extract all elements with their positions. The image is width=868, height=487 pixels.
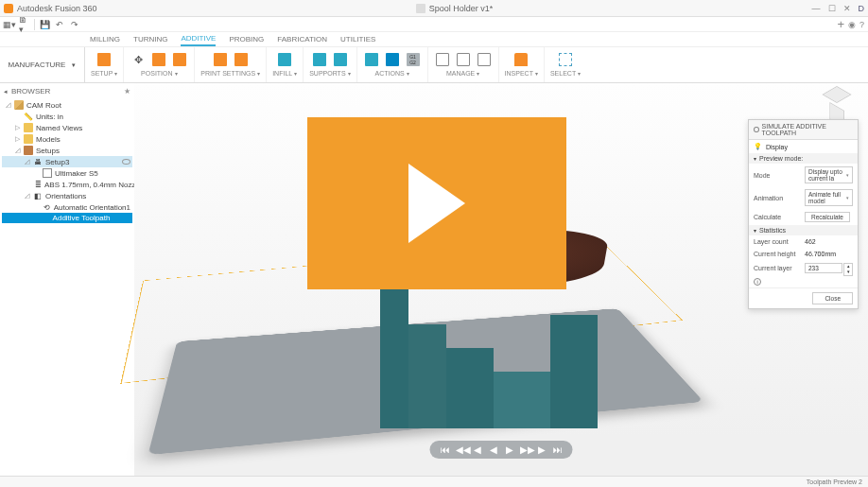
- manage-label[interactable]: MANAGE: [446, 70, 479, 77]
- tree-orientations[interactable]: ◿◧Orientations: [2, 190, 132, 201]
- layer-count-label: Layer count: [754, 238, 801, 245]
- simulate-icon[interactable]: [384, 51, 401, 68]
- workspace-switcher[interactable]: MANUFACTURE: [0, 47, 85, 82]
- inspect-icon[interactable]: [512, 51, 529, 68]
- group-actions: G1G2 ACTIONS: [357, 47, 428, 82]
- support-volume-icon[interactable]: [332, 51, 349, 68]
- animation-dropdown[interactable]: Animate full model: [805, 189, 853, 206]
- tab-milling[interactable]: MILLING: [90, 33, 120, 45]
- position-auto-icon[interactable]: [150, 51, 167, 68]
- fast-forward-button[interactable]: ▶▶: [520, 444, 531, 455]
- go-end-button[interactable]: ⏭: [552, 444, 564, 455]
- tab-fabrication[interactable]: FABRICATION: [277, 33, 327, 45]
- statistics-header[interactable]: Statistics: [749, 225, 858, 235]
- generate-icon[interactable]: [363, 51, 380, 68]
- tree-ultimaker[interactable]: Ultimaker S5: [2, 167, 132, 179]
- layer-count-value: 462: [805, 238, 816, 245]
- mode-dropdown[interactable]: Display upto current la: [805, 166, 853, 183]
- browser-panel: BROWSER ★ ◿CAM Root 📏Units: in ▷Named Vi…: [0, 83, 134, 476]
- play-button[interactable]: ▶: [504, 444, 515, 455]
- sim-panel-header[interactable]: SIMULATE ADDITIVE TOOLPATH: [749, 120, 858, 140]
- setup-icon[interactable]: [95, 51, 113, 68]
- new-document-button[interactable]: +: [837, 17, 844, 31]
- go-start-button[interactable]: ⏮: [440, 444, 451, 455]
- actions-label[interactable]: ACTIONS: [375, 70, 409, 77]
- minimize-button[interactable]: —: [812, 4, 821, 13]
- select-icon[interactable]: [557, 51, 574, 68]
- user-initials[interactable]: D: [859, 4, 865, 13]
- preview-mode-header[interactable]: Preview mode:: [749, 153, 858, 164]
- printer-icon: 🖶: [33, 157, 43, 166]
- redo-icon[interactable]: ↷: [69, 19, 80, 30]
- folder-icon: [24, 123, 33, 132]
- manage-icon-1[interactable]: [434, 51, 451, 68]
- print-settings-label[interactable]: PRINT SETTINGS: [200, 70, 260, 77]
- help-icon[interactable]: ?: [859, 20, 864, 29]
- manage-icon-2[interactable]: [455, 51, 472, 68]
- file-menu-icon[interactable]: 🗎▾: [19, 19, 30, 30]
- manage-icon-3[interactable]: [476, 51, 493, 68]
- tree-auto-orientation[interactable]: ⟲Automatic Orientation1: [2, 201, 132, 213]
- recalculate-button[interactable]: Recalculate: [805, 212, 850, 222]
- auto-orient-icon: ⟲: [42, 202, 50, 212]
- infill-icon[interactable]: [276, 51, 293, 68]
- position-center-icon[interactable]: [171, 51, 188, 68]
- quick-access-toolbar: ▦▾ 🗎▾ 💾 ↶ ↷ + ◉ ?: [0, 17, 868, 32]
- save-icon[interactable]: 💾: [39, 19, 50, 30]
- tree-models[interactable]: ▷Models: [2, 133, 132, 145]
- simulate-toolpath-panel: SIMULATE ADDITIVE TOOLPATH 💡Display Prev…: [748, 119, 859, 309]
- tree-units[interactable]: 📏Units: in: [2, 111, 132, 122]
- current-layer-spinner[interactable]: 233▴▾: [805, 263, 842, 273]
- support-bar-icon[interactable]: [311, 51, 328, 68]
- supports-label[interactable]: SUPPORTS: [309, 70, 350, 77]
- close-button[interactable]: Close: [812, 292, 853, 304]
- browser-header[interactable]: BROWSER ★: [0, 85, 134, 97]
- workspace-label: MANUFACTURE: [9, 61, 66, 69]
- browser-settings-icon[interactable]: ★: [124, 87, 130, 96]
- post-process-icon[interactable]: G1G2: [405, 51, 422, 68]
- tab-turning[interactable]: TURNING: [133, 33, 167, 45]
- component-icon: [14, 100, 24, 110]
- playback-bar: ⏮ ◀◀ ◀ ◀ ▶ ▶▶ ▶ ⏭: [430, 441, 573, 459]
- tree-named-views[interactable]: ▷Named Views: [2, 122, 132, 133]
- prev-button[interactable]: ◀: [488, 444, 499, 455]
- move-icon[interactable]: ✥: [130, 51, 147, 68]
- tree-nozzle[interactable]: ≣ABS 1.75mm, 0.4mm Nozzle: [2, 179, 132, 190]
- extensions-icon[interactable]: ◉: [848, 20, 856, 29]
- display-row: 💡Display: [749, 140, 858, 153]
- ruler-icon: 📏: [24, 112, 33, 121]
- current-height-label: Current height: [754, 251, 801, 257]
- position-label[interactable]: POSITION: [141, 70, 177, 77]
- tab-utilities[interactable]: UTILITIES: [340, 33, 375, 45]
- print-settings-icon-2[interactable]: [233, 51, 250, 68]
- tree-setup3[interactable]: ◿🖶Setup3: [2, 156, 132, 167]
- data-panel-icon[interactable]: ▦▾: [4, 19, 15, 30]
- tab-probing[interactable]: PROBING: [229, 33, 264, 45]
- inspect-label[interactable]: INSPECT: [505, 70, 538, 77]
- group-manage: MANAGE: [428, 47, 499, 82]
- lightbulb-icon: 💡: [754, 143, 762, 150]
- tree-cam-root[interactable]: ◿CAM Root: [2, 99, 132, 111]
- tree-additive-toolpath[interactable]: Additive Toolpath: [2, 213, 132, 223]
- tree-setups[interactable]: ◿Setups: [2, 145, 132, 156]
- select-label[interactable]: SELECT: [550, 70, 581, 77]
- rewind-button[interactable]: ◀◀: [456, 444, 467, 455]
- infill-label[interactable]: INFILL: [272, 70, 297, 77]
- title-bar: Autodesk Fusion 360 Spool Holder v1* — ☐…: [0, 0, 868, 17]
- video-play-overlay[interactable]: [307, 117, 566, 289]
- info-icon[interactable]: i: [754, 278, 761, 286]
- current-height-value: 46.700mm: [805, 251, 836, 257]
- setup-label[interactable]: SETUP: [91, 70, 117, 77]
- spin-down-icon[interactable]: ▾: [844, 270, 852, 275]
- undo-icon[interactable]: ↶: [54, 19, 65, 30]
- machine-icon: [43, 168, 52, 178]
- step-back-button[interactable]: ◀: [472, 444, 483, 455]
- tab-additive[interactable]: ADDITIVE: [181, 32, 216, 46]
- close-window-button[interactable]: ✕: [843, 4, 851, 13]
- step-forward-button[interactable]: ▶: [536, 444, 547, 455]
- visibility-icon[interactable]: [122, 159, 130, 165]
- folder-icon: [24, 134, 33, 144]
- maximize-button[interactable]: ☐: [828, 4, 836, 13]
- ribbon: MANUFACTURE SETUP ✥ POSITION PRINT SETTI…: [0, 47, 868, 83]
- print-settings-icon[interactable]: [212, 51, 229, 68]
